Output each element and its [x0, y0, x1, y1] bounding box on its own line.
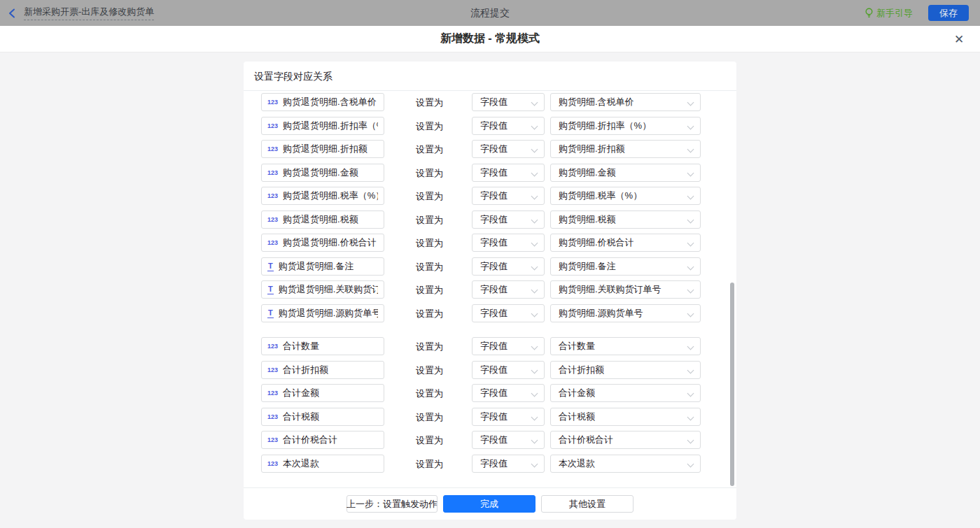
source-field-box: T购货退货明细.源购货单号: [261, 304, 384, 322]
value-type-select[interactable]: 字段值: [472, 455, 545, 473]
set-as-label: 设置为: [416, 120, 443, 133]
source-field-label: 购货退货明细.税率（%）: [283, 190, 378, 202]
source-field-box: 123合计折扣额: [261, 361, 384, 379]
target-field-select[interactable]: 购货明细.关联购货订单号: [550, 280, 701, 299]
set-as-label: 设置为: [416, 411, 443, 424]
value-type-select[interactable]: 字段值: [472, 93, 545, 111]
finish-button[interactable]: 完成: [443, 495, 536, 513]
field-mapping-row: 123购货退货明细.含税单价设置为字段值购货明细.含税单价: [244, 93, 736, 111]
text-field-icon: T: [267, 309, 274, 318]
target-field-selected: 购货明细.关联购货订单号: [559, 283, 662, 296]
back-button[interactable]: [0, 0, 24, 26]
value-type-selected: 字段值: [480, 307, 507, 320]
target-field-select[interactable]: 购货明细.税额: [550, 211, 701, 229]
chevron-down-icon: [531, 99, 538, 106]
source-field-box: 123购货退货明细.折扣率（%）: [261, 117, 384, 135]
value-type-selected: 字段值: [480, 143, 507, 155]
value-type-select[interactable]: 字段值: [472, 140, 545, 158]
source-field-box: 123合计数量: [261, 337, 384, 355]
close-icon[interactable]: ✕: [952, 32, 966, 46]
chevron-down-icon: [531, 437, 538, 444]
text-field-icon: T: [267, 285, 274, 294]
value-type-select[interactable]: 字段值: [472, 187, 545, 205]
target-field-select[interactable]: 购货明细.备注: [550, 257, 701, 276]
chevron-down-icon: [531, 123, 538, 130]
source-field-box: 123合计价税合计: [261, 431, 384, 449]
value-type-select[interactable]: 字段值: [472, 304, 545, 322]
save-button[interactable]: 保存: [928, 5, 969, 21]
scrollbar-thumb[interactable]: [730, 283, 734, 486]
value-type-selected: 字段值: [480, 283, 507, 296]
source-field-label: 合计税额: [283, 411, 319, 423]
value-type-selected: 字段值: [480, 190, 507, 202]
chevron-down-icon: [687, 367, 694, 374]
source-field-box: 123购货退货明细.税率（%）: [261, 187, 384, 205]
guide-label: 新手引导: [876, 7, 913, 20]
set-as-label: 设置为: [416, 434, 443, 447]
source-field-box: 123合计金额: [261, 384, 384, 402]
number-field-icon: 123: [267, 99, 278, 106]
value-type-select[interactable]: 字段值: [472, 234, 545, 252]
set-as-label: 设置为: [416, 261, 443, 273]
number-field-icon: 123: [267, 413, 278, 420]
target-field-selected: 合计价税合计: [559, 434, 613, 446]
target-field-select[interactable]: 合计价税合计: [550, 431, 701, 449]
number-field-icon: 123: [267, 390, 278, 397]
value-type-selected: 字段值: [480, 364, 507, 376]
value-type-select[interactable]: 字段值: [472, 337, 545, 355]
value-type-select[interactable]: 字段值: [472, 384, 545, 402]
target-field-select[interactable]: 购货明细.金额: [550, 164, 701, 182]
number-field-icon: 123: [267, 366, 278, 373]
field-mapping-row: 123购货退货明细.税额设置为字段值购货明细.税额: [244, 211, 736, 229]
field-mapping-row: 123本次退款设置为字段值本次退款: [244, 455, 736, 473]
target-field-selected: 购货明细.金额: [559, 166, 616, 179]
target-field-select[interactable]: 购货明细.税率（%）: [550, 187, 701, 205]
set-as-label: 设置为: [416, 97, 443, 109]
target-field-select[interactable]: 购货明细.折扣额: [550, 140, 701, 158]
target-field-select[interactable]: 购货明细.价税合计: [550, 234, 701, 252]
number-field-icon: 123: [267, 239, 278, 246]
chevron-down-icon: [687, 170, 694, 177]
value-type-select[interactable]: 字段值: [472, 257, 545, 276]
value-type-select[interactable]: 字段值: [472, 280, 545, 299]
chevron-down-icon: [531, 367, 538, 374]
chevron-down-icon: [687, 240, 694, 247]
source-field-label: 购货退货明细.金额: [283, 166, 358, 179]
target-field-selected: 合计折扣额: [559, 364, 604, 376]
target-field-select[interactable]: 合计数量: [550, 337, 701, 355]
target-field-select[interactable]: 本次退款: [550, 455, 701, 473]
chevron-down-icon: [687, 343, 694, 350]
workflow-title[interactable]: 新增采购开票-出库及修改购货单: [24, 6, 154, 20]
chevron-down-icon: [531, 193, 538, 200]
value-type-select[interactable]: 字段值: [472, 431, 545, 449]
source-field-label: 购货退货明细.备注: [279, 260, 354, 273]
set-as-label: 设置为: [416, 237, 443, 250]
value-type-select[interactable]: 字段值: [472, 408, 545, 426]
other-settings-button[interactable]: 其他设置: [541, 495, 634, 513]
chevron-down-icon: [687, 390, 694, 397]
target-field-selected: 合计金额: [559, 387, 595, 399]
value-type-select[interactable]: 字段值: [472, 164, 545, 182]
value-type-selected: 字段值: [480, 236, 507, 249]
field-mapping-row: 123购货退货明细.折扣额设置为字段值购货明细.折扣额: [244, 140, 736, 158]
value-type-select[interactable]: 字段值: [472, 361, 545, 379]
value-type-selected: 字段值: [480, 166, 507, 179]
number-field-icon: 123: [267, 192, 278, 199]
field-mapping-row: T购货退货明细.关联购货订...设置为字段值购货明细.关联购货订单号: [244, 280, 736, 299]
chevron-down-icon: [687, 99, 694, 106]
chevron-down-icon: [531, 390, 538, 397]
value-type-select[interactable]: 字段值: [472, 117, 545, 135]
source-field-box: 123本次退款: [261, 455, 384, 473]
target-field-select[interactable]: 合计税额: [550, 408, 701, 426]
target-field-select[interactable]: 购货明细.含税单价: [550, 93, 701, 111]
value-type-select[interactable]: 字段值: [472, 211, 545, 229]
target-field-select[interactable]: 购货明细.源购货单号: [550, 304, 701, 322]
target-field-select[interactable]: 购货明细.折扣率（%）: [550, 117, 701, 135]
prev-step-button[interactable]: 上一步：设置触发动作: [346, 495, 438, 513]
target-field-select[interactable]: 合计折扣额: [550, 361, 701, 379]
panel-footer: 上一步：设置触发动作 完成 其他设置: [244, 487, 736, 520]
beginner-guide-button[interactable]: 新手引导: [864, 7, 913, 20]
chevron-down-icon: [687, 461, 694, 468]
target-field-select[interactable]: 合计金额: [550, 384, 701, 402]
chevron-down-icon: [531, 343, 538, 350]
